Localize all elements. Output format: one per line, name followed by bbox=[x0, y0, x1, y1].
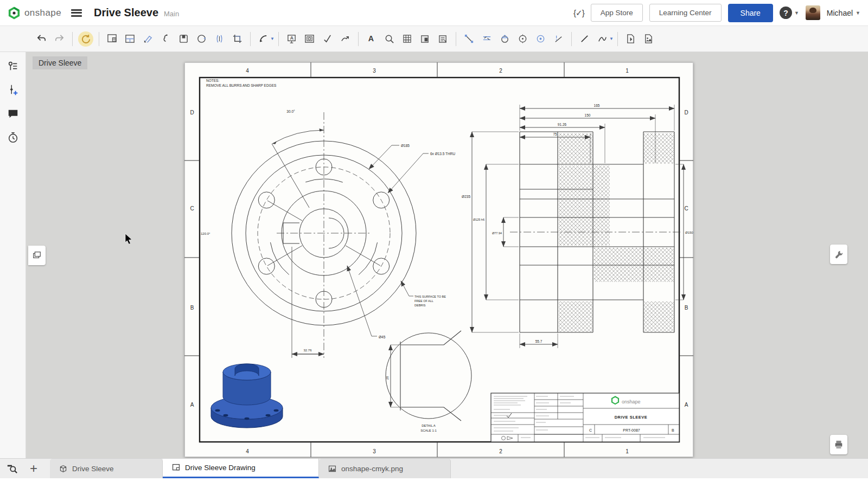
broken-view-button[interactable] bbox=[210, 30, 228, 48]
centerline-button[interactable] bbox=[550, 30, 567, 48]
isometric-view[interactable] bbox=[211, 364, 283, 428]
svg-text:D: D bbox=[684, 110, 688, 115]
share-button[interactable]: Share bbox=[728, 4, 773, 22]
gtol-button[interactable] bbox=[496, 30, 514, 48]
sheet-properties-button[interactable] bbox=[103, 30, 121, 48]
print-panel-toggle[interactable] bbox=[830, 435, 847, 454]
svg-text:3: 3 bbox=[373, 68, 376, 74]
dim-label: Ø77.94 bbox=[492, 232, 502, 235]
tab-drawing[interactable]: Drive Sleeve Drawing bbox=[163, 459, 319, 478]
front-view-leaders bbox=[292, 145, 429, 358]
tab-label: onshape-cmyk.png bbox=[341, 465, 403, 473]
line-button[interactable] bbox=[576, 30, 593, 48]
table-button[interactable] bbox=[398, 30, 416, 48]
chevron-down-icon: ▼ bbox=[794, 10, 799, 16]
spline-dropdown[interactable]: ▼ bbox=[609, 36, 614, 41]
hamburger-icon[interactable] bbox=[71, 9, 82, 17]
dim-label: 91.26 bbox=[558, 123, 567, 126]
workspace-label: Main bbox=[164, 10, 179, 18]
dimension-dropdown[interactable]: ▼ bbox=[270, 36, 275, 41]
undo-button[interactable] bbox=[33, 30, 50, 48]
svg-text:A: A bbox=[368, 34, 374, 43]
mouse-cursor bbox=[125, 233, 136, 245]
dimension-panel-icon[interactable] bbox=[7, 84, 20, 97]
avatar[interactable] bbox=[806, 5, 820, 20]
magnifier-button[interactable] bbox=[380, 30, 398, 48]
saved-view-button[interactable] bbox=[175, 30, 193, 48]
drawing-sheet[interactable]: 4321 4321 DCBA DCBA NOTES: REMOVE ALL BU… bbox=[184, 62, 693, 457]
feature-list-icon[interactable] bbox=[7, 60, 20, 73]
surface-note: THIS SURFACE TO BE FREE OF ALL DEBRIS bbox=[401, 281, 446, 307]
text-button[interactable]: A bbox=[362, 30, 380, 48]
ordinate-dim-button[interactable] bbox=[478, 30, 496, 48]
bottom-tab-bar: + Drive Sleeve Drive Sleeve Drawing onsh… bbox=[0, 458, 868, 478]
crop-view-button[interactable] bbox=[228, 30, 246, 48]
edit-view-button[interactable] bbox=[139, 30, 157, 48]
search-tabs-button[interactable] bbox=[0, 459, 24, 478]
dim-label: 165 bbox=[594, 104, 600, 107]
help-menu[interactable]: ? ▼ bbox=[780, 7, 799, 19]
svg-text:A: A bbox=[290, 35, 293, 41]
titleblock-part-number: PRT-0087 bbox=[623, 428, 640, 432]
titleblock-rev: B bbox=[672, 428, 674, 432]
svg-text:3: 3 bbox=[373, 448, 376, 454]
help-icon: ? bbox=[780, 7, 792, 19]
view-layout-button[interactable] bbox=[121, 30, 139, 48]
user-name: Michael bbox=[827, 9, 853, 17]
export-button[interactable] bbox=[622, 30, 640, 48]
dim-label: 30.0° bbox=[286, 110, 295, 113]
left-sidebar bbox=[0, 52, 26, 458]
sheet-chip[interactable]: Drive Sleeve bbox=[33, 56, 87, 69]
onshape-logo-icon bbox=[8, 7, 21, 20]
svg-text:C: C bbox=[684, 206, 688, 211]
projected-view-button[interactable] bbox=[157, 30, 175, 48]
onshape-logo[interactable]: onshape bbox=[8, 7, 61, 20]
tab-image[interactable]: onshape-cmyk.png bbox=[319, 459, 451, 478]
center-mark-button[interactable] bbox=[532, 30, 550, 48]
sync-sketch-button[interactable] bbox=[78, 31, 93, 47]
comment-icon[interactable] bbox=[7, 107, 20, 120]
titleblock-brand: onshape bbox=[622, 399, 641, 404]
tools-panel-toggle[interactable] bbox=[830, 245, 847, 264]
weld-symbol-button[interactable] bbox=[336, 30, 354, 48]
dim-label: Ø185 bbox=[401, 144, 410, 147]
note-button[interactable]: A bbox=[283, 30, 301, 48]
bom-table-button[interactable] bbox=[434, 30, 452, 48]
sheets-panel-icon bbox=[32, 251, 42, 260]
svg-text:DEBRIS: DEBRIS bbox=[414, 304, 426, 307]
tab-label: Drive Sleeve bbox=[72, 465, 114, 473]
sheets-panel-toggle[interactable] bbox=[28, 246, 46, 265]
brand-wordmark: onshape bbox=[24, 8, 61, 18]
dim-label: 120.0° bbox=[201, 232, 210, 235]
update-views-button[interactable] bbox=[193, 30, 210, 48]
app-store-button[interactable]: App Store bbox=[591, 4, 643, 22]
bottom-strip bbox=[0, 478, 868, 488]
detail-scale: SCALE 1:1 bbox=[420, 429, 437, 432]
svg-text:NOTES:: NOTES: bbox=[206, 79, 219, 82]
dim-label: Ø125 h6 bbox=[473, 218, 484, 221]
centerline-dim-button[interactable] bbox=[460, 30, 478, 48]
wrench-icon bbox=[834, 249, 844, 259]
version-check-icon[interactable]: {✓} bbox=[573, 8, 584, 18]
redo-button[interactable] bbox=[50, 30, 68, 48]
dim-label: Ø45 bbox=[379, 335, 386, 339]
hole-table-button[interactable] bbox=[416, 30, 434, 48]
surface-finish-button[interactable] bbox=[318, 30, 336, 48]
drawing-icon bbox=[171, 463, 181, 472]
learning-center-button[interactable]: Learning Center bbox=[649, 4, 722, 22]
svg-text:FREE OF ALL: FREE OF ALL bbox=[414, 299, 433, 303]
svg-text:4: 4 bbox=[246, 68, 249, 74]
inspection-symbol-button[interactable] bbox=[301, 30, 318, 48]
front-view[interactable] bbox=[232, 112, 416, 358]
history-icon[interactable] bbox=[7, 131, 20, 144]
drawing-canvas[interactable]: Drive Sleeve bbox=[26, 52, 868, 458]
export-image-button[interactable] bbox=[640, 30, 658, 48]
add-tab-button[interactable]: + bbox=[24, 459, 43, 478]
datum-button[interactable] bbox=[514, 30, 532, 48]
detail-view[interactable]: 20 DETAIL A SCALE 1:1 bbox=[386, 331, 471, 432]
part-studio-icon bbox=[59, 464, 68, 473]
user-menu[interactable]: Michael ▼ bbox=[827, 9, 860, 17]
svg-text:A: A bbox=[190, 402, 194, 408]
svg-text:B: B bbox=[190, 305, 194, 311]
tab-part-studio[interactable]: Drive Sleeve bbox=[50, 459, 163, 478]
